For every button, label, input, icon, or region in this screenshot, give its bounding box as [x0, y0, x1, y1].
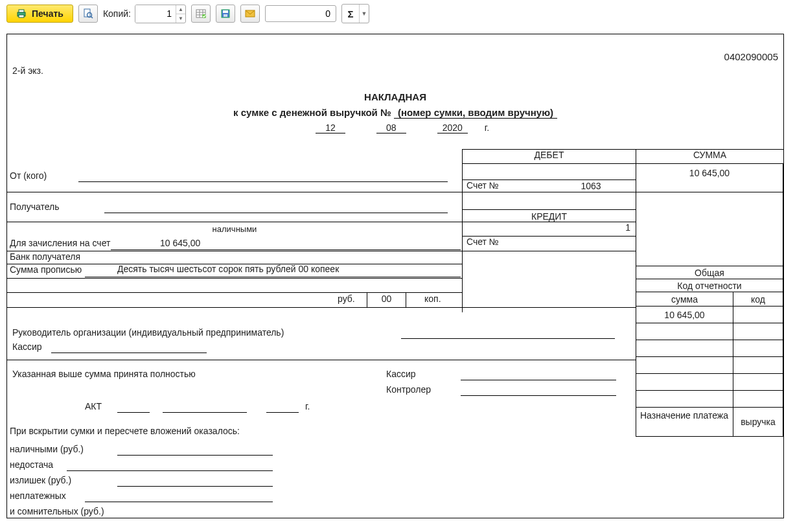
code-col: код — [733, 292, 783, 306]
words-value: Десять тысяч шестьсот сорок пять рублей … — [117, 264, 339, 274]
cashier2-line — [461, 379, 616, 380]
deposit-amount: 10 645,00 — [160, 238, 200, 248]
mail-button[interactable] — [240, 5, 260, 23]
svg-rect-14 — [224, 14, 227, 17]
from-line — [78, 181, 448, 182]
cashier-line — [51, 352, 207, 353]
copies-input[interactable] — [135, 5, 176, 23]
row-doubt: и сомнительных (руб.) — [10, 506, 104, 516]
subtitle-prefix: к сумке с денежной выручкой № — [233, 107, 394, 118]
row-excess: излишек (руб.) — [10, 475, 71, 485]
overall-label: Общая — [636, 266, 783, 279]
save-button[interactable] — [216, 5, 235, 23]
print-label: Печать — [32, 8, 63, 19]
row-nonpay-line — [85, 501, 273, 502]
row-shortage-line — [67, 470, 273, 471]
print-button[interactable]: Печать — [6, 5, 73, 23]
sigma-button[interactable]: Σ ▼ — [341, 4, 369, 23]
sigma-dropdown[interactable]: ▼ — [359, 5, 369, 23]
svg-point-11 — [202, 14, 206, 18]
accepted-label: Указанная выше сумма принята полностью — [12, 369, 196, 379]
akt-line3 — [266, 411, 299, 413]
spinner-down[interactable]: ▼ — [176, 14, 185, 23]
copies-group: Копий: ▲ ▼ — [103, 5, 186, 23]
date-month: 08 — [376, 122, 406, 133]
hsep — [7, 360, 636, 360]
credit-header: КРЕДИТ — [462, 209, 636, 222]
code-cell-2 — [733, 323, 783, 340]
svg-rect-2 — [19, 15, 24, 17]
debit-header: ДЕБЕТ — [462, 149, 636, 163]
mail-icon — [245, 8, 255, 19]
vsep1 — [636, 308, 636, 437]
copy-label: 2-й экз. — [12, 65, 43, 76]
number-input[interactable] — [265, 5, 336, 22]
code-cell-6 — [733, 390, 783, 407]
code-cell-1 — [733, 306, 783, 323]
controller-label: Контролер — [386, 384, 431, 395]
sum-cell-2 — [636, 323, 733, 340]
cashier-label: Кассир — [12, 341, 42, 352]
rub-frac: 00 — [367, 292, 406, 308]
doc-title: НАКЛАДНАЯ — [7, 91, 783, 102]
code-cell-3 — [733, 340, 783, 356]
spinner-buttons: ▲ ▼ — [176, 5, 185, 23]
svg-rect-13 — [223, 10, 228, 13]
row-cash: наличными (руб.) — [10, 444, 84, 454]
row-recipient-box — [7, 192, 462, 222]
sum-value: 10 645,00 — [636, 163, 783, 192]
words-label: Сумма прописью — [10, 264, 82, 275]
copies-spinner[interactable]: ▲ ▼ — [135, 5, 186, 23]
akt-label: АКТ — [85, 401, 102, 411]
bag-number[interactable]: (номер сумки, вводим вручную) — [394, 107, 557, 119]
preview-button[interactable] — [78, 5, 98, 23]
report-code-label: Код отчетности — [636, 279, 783, 292]
akt-line1 — [117, 411, 150, 413]
row-nonpay: неплатежных — [10, 491, 66, 501]
form-code: 0402090005 — [724, 51, 778, 62]
kop-label: коп. — [406, 292, 462, 308]
akt-line2 — [163, 411, 247, 413]
print-icon — [16, 8, 27, 19]
date-day: 12 — [316, 122, 345, 133]
head-line — [401, 338, 615, 339]
sum-cell: 10 645,00 — [636, 306, 733, 323]
row-excess-line — [117, 485, 273, 487]
date-year: 2020 — [437, 122, 468, 133]
table-button[interactable] — [191, 5, 211, 23]
debit-account: 1063 — [546, 179, 636, 192]
save-icon — [220, 8, 231, 19]
purpose-value: выручка — [733, 407, 783, 437]
sum-cell-3 — [636, 340, 733, 356]
document-page: 0402090005 2-й экз. НАКЛАДНАЯ к сумке с … — [6, 34, 784, 518]
sigma-icon: Σ — [342, 5, 359, 23]
sum-col: сумма — [636, 292, 733, 306]
copies-label: Копий: — [103, 8, 131, 19]
cashier2-label: Кассир — [386, 369, 416, 379]
credit-account — [546, 236, 636, 251]
from-label: От (кого) — [10, 170, 47, 181]
spinner-up[interactable]: ▲ — [176, 5, 185, 14]
akt-suffix: г. — [305, 401, 310, 411]
sum-cell-5 — [636, 373, 733, 390]
svg-line-5 — [91, 17, 93, 19]
purpose-label: Назначение платежа — [636, 407, 733, 437]
account-label-1: Счет № — [462, 179, 546, 192]
open-label: При вскрытии сумки и пересчете вложений … — [10, 426, 240, 436]
row-shortage: недостача — [10, 459, 53, 470]
rub-label: руб. — [338, 294, 355, 304]
doc-subtitle: к сумке с денежной выручкой № (номер сум… — [7, 107, 783, 118]
bank-label: Банк получателя — [7, 251, 462, 264]
words-line — [85, 276, 461, 277]
right-sep — [462, 292, 636, 308]
head-label: Руководитель организации (индивидуальный… — [12, 327, 284, 338]
controller-line — [461, 395, 616, 396]
cash-label: наличными — [7, 222, 462, 236]
deposit-line — [111, 249, 461, 250]
toolbar: Печать Копий: ▲ ▼ Σ ▼ — [0, 0, 795, 30]
code-cell-5 — [733, 373, 783, 390]
date-suffix: г. — [485, 122, 489, 133]
account-label-2: Счет № — [462, 236, 546, 251]
preview-icon — [83, 8, 93, 19]
deposit-label: Для зачисления на счет — [10, 238, 110, 248]
